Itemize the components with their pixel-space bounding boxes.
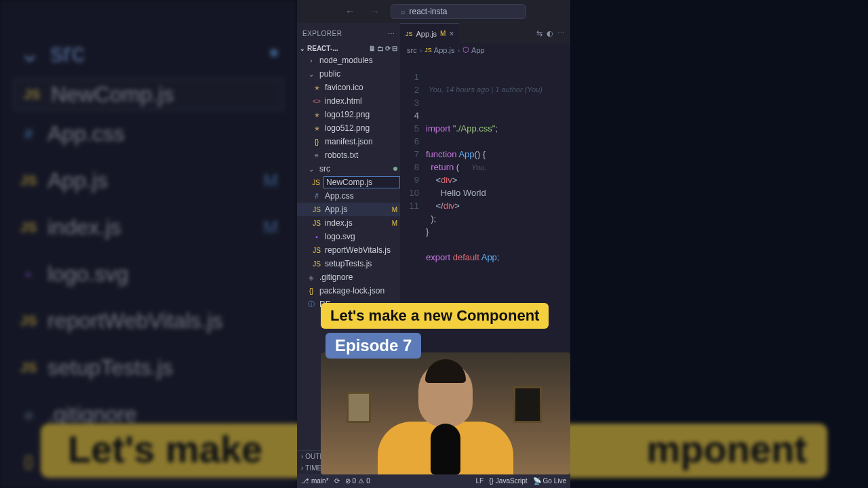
tree-item-package-lock-json[interactable]: {}package-lock.json <box>297 284 400 298</box>
branch-status[interactable]: ⎇ main* <box>301 477 329 485</box>
tree-item-reportwebvitals-js[interactable]: JSreportWebVitals.js <box>297 243 400 257</box>
new-file-icon[interactable]: 🗎 <box>369 45 376 52</box>
tree-item-newcomp-js[interactable]: JS <box>297 176 400 189</box>
problems-status[interactable]: ⊘0 ⚠0 <box>345 477 370 485</box>
tree-item-app-css[interactable]: #App.css <box>297 189 400 203</box>
svg-icon: ▪ <box>312 233 321 241</box>
nav-forward-icon[interactable]: → <box>366 4 384 19</box>
new-folder-icon[interactable]: 🗀 <box>377 45 384 52</box>
chevron-icon: ⌄ <box>307 70 316 78</box>
eol-status[interactable]: LF <box>475 477 484 485</box>
tab-app-js[interactable]: JS App.js M × <box>400 23 459 43</box>
html-icon: <> <box>312 98 321 105</box>
js-icon: JS <box>425 47 432 54</box>
tree-item-logo192-png[interactable]: ★logo192.png <box>297 108 400 121</box>
js-icon: JS <box>312 220 321 227</box>
tree-item-favicon-ico[interactable]: ★favicon.ico <box>297 81 400 94</box>
new-file-input[interactable] <box>323 176 400 188</box>
search-icon: ⌕ <box>401 7 406 16</box>
tree-item-src[interactable]: ⌄src <box>297 162 400 176</box>
symbol-icon: ⬡ <box>462 45 469 54</box>
tree-item-index-js[interactable]: JSindex.jsM <box>297 216 400 230</box>
caption-title: Let's make a new Component <box>321 303 549 329</box>
chevron-right-icon: › <box>301 453 303 460</box>
tree-item-public[interactable]: ⌄public <box>297 67 400 81</box>
img-icon: ★ <box>312 111 321 119</box>
json-icon: {} <box>312 138 321 146</box>
tree-item-node-modules[interactable]: ›node_modules <box>297 54 400 67</box>
json-icon: {} <box>307 287 316 295</box>
tree-item-manifest-json[interactable]: {}manifest.json <box>297 135 400 148</box>
tree-item-setuptests-js[interactable]: JSsetupTests.js <box>297 257 400 270</box>
explorer-title: EXPLORER <box>302 30 342 37</box>
sync-status[interactable]: ⟳ <box>334 477 340 485</box>
lang-status[interactable]: {} JavaScript <box>489 477 527 485</box>
chevron-right-icon: › <box>301 464 303 472</box>
refresh-icon[interactable]: ⟳ <box>385 45 391 52</box>
project-header[interactable]: ⌄ REACT-... 🗎 🗀 ⟳ ⊟ <box>297 43 400 54</box>
explorer-more-icon[interactable]: ⋯ <box>388 30 395 37</box>
chevron-down-icon: ⌄ <box>300 45 305 52</box>
chevron-icon: ⌄ <box>307 165 316 173</box>
img-icon: ★ <box>312 84 321 92</box>
status-bar: ⎇ main* ⟳ ⊘0 ⚠0 LF {} JavaScript 📡 Go Li… <box>297 474 570 488</box>
js-icon: JS <box>312 260 321 268</box>
git-blame: You, 14 hours ago | 1 author (You) <box>426 83 570 96</box>
git-icon: ◈ <box>307 274 316 281</box>
nav-back-icon[interactable]: ← <box>342 4 359 19</box>
chevron-icon: › <box>307 57 316 64</box>
js-icon: JS <box>312 247 321 254</box>
img-icon: ★ <box>312 125 321 132</box>
compare-icon[interactable]: ⇆ <box>536 29 542 38</box>
search-text: react-insta <box>410 7 448 16</box>
js-icon: JS <box>312 206 321 214</box>
webcam-overlay <box>321 352 570 474</box>
titlebar: ← → ⌕ react-insta <box>297 0 570 23</box>
js-icon: JS <box>406 30 413 37</box>
caption-episode: Episode 7 <box>326 333 421 359</box>
tree-item--gitignore[interactable]: ◈.gitignore <box>297 270 400 284</box>
css-icon: # <box>312 192 321 200</box>
command-center[interactable]: ⌕ react-insta <box>391 4 526 19</box>
breadcrumb[interactable]: src› JSApp.js› ⬡App <box>400 43 570 56</box>
tree-item-app-js[interactable]: JSApp.jsM <box>297 203 400 216</box>
txt-icon: ≡ <box>312 152 321 159</box>
tree-item-logo-svg[interactable]: ▪logo.svg <box>297 230 400 243</box>
more-tab-icon[interactable]: ⋯ <box>557 29 565 38</box>
tab-bar: JS App.js M × ⇆ ◐ ⋯ <box>400 23 570 43</box>
collapse-icon[interactable]: ⊟ <box>392 45 397 52</box>
info-icon: ⓘ <box>307 300 316 309</box>
tree-item-robots-txt[interactable]: ≡robots.txt <box>297 148 400 162</box>
js-icon: JS <box>312 179 320 186</box>
tree-item-logo512-png[interactable]: ★logo512.png <box>297 121 400 135</box>
toggle-icon[interactable]: ◐ <box>547 29 553 38</box>
tree-item-index-html[interactable]: <>index.html <box>297 94 400 108</box>
golive-status[interactable]: 📡 Go Live <box>533 477 566 485</box>
tab-close-icon[interactable]: × <box>449 29 454 39</box>
